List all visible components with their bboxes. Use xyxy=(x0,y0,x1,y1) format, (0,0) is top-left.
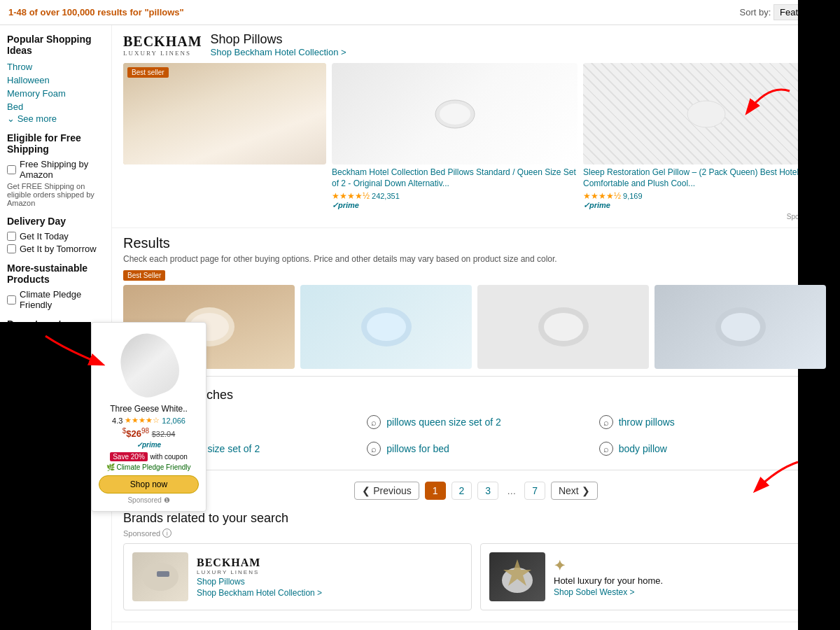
svg-rect-12 xyxy=(157,571,169,577)
side-save: Save 20% with coupon xyxy=(99,451,199,461)
sidebar-item-bed[interactable]: Bed xyxy=(7,100,104,113)
product-1-stars: ★★★★½ xyxy=(332,191,370,201)
svg-point-1 xyxy=(440,104,470,125)
page-1-button[interactable]: 1 xyxy=(425,482,446,500)
results-title: Results xyxy=(123,235,829,251)
brand1-link[interactable]: Shop Beckham Hotel Collection > xyxy=(197,588,322,598)
shop-pillows-title: Shop Pillows xyxy=(211,32,346,47)
side-pillow-image xyxy=(112,326,186,404)
brand2-link[interactable]: Shop Sobel Westex > xyxy=(554,587,663,597)
related-searches-title: Related searches xyxy=(135,388,817,402)
sobel-icon: ✦ xyxy=(554,557,663,574)
results-best-seller-badge: Best Seller xyxy=(123,270,165,281)
results-subtitle: Check each product page for other buying… xyxy=(123,254,829,264)
free-shipping-label: Free Shipping by Amazon xyxy=(20,159,104,180)
climate-input[interactable] xyxy=(7,295,16,304)
next-button[interactable]: Next ❯ xyxy=(551,482,598,500)
brand-card-sobel[interactable]: ✦ Hotel luxury for your home. Shop Sobel… xyxy=(480,543,829,610)
popular-ideas-title: Popular Shopping Ideas xyxy=(7,34,104,56)
product-1-title[interactable]: Beckham Hotel Collection Bed Pillows Sta… xyxy=(332,167,578,189)
pillow-placeholder xyxy=(123,63,326,164)
brand-info-sobel: ✦ Hotel luxury for your home. Shop Sobel… xyxy=(554,557,663,597)
product-tile-2[interactable] xyxy=(300,285,472,369)
side-price-cents: 98 xyxy=(141,427,149,435)
product-2-rating: ★★★★½ 9,169 xyxy=(583,191,829,201)
brand-card-img-beckham xyxy=(132,552,188,601)
free-shipping-input[interactable] xyxy=(7,165,16,174)
see-more-chevron: ⌄ xyxy=(7,113,15,124)
prev-button[interactable]: ❮ Previous xyxy=(354,482,419,500)
product-1-img-placeholder xyxy=(332,63,578,164)
search-grid: pillow pillows queen size set of 2 throw… xyxy=(135,412,817,458)
page-2-button[interactable]: 2 xyxy=(451,482,472,500)
sidebar-item-throw[interactable]: Throw xyxy=(7,60,104,74)
product-2-img-placeholder xyxy=(583,63,829,164)
product-2-prime: ✓prime xyxy=(583,201,829,210)
side-price-was: $32.04 xyxy=(152,430,176,438)
search-term: "pillows" xyxy=(144,7,183,18)
search-item-for-bed[interactable]: pillows for bed xyxy=(367,439,584,458)
search-item-throw[interactable]: throw pillows xyxy=(599,412,817,432)
product-1-count[interactable]: 242,351 xyxy=(372,192,400,200)
product-2-image[interactable] xyxy=(583,63,829,164)
search-item-queen[interactable]: pillows queen size set of 2 xyxy=(367,412,584,432)
side-stars: ★★★★☆ xyxy=(125,416,160,425)
product-tile-3[interactable] xyxy=(477,285,649,369)
side-product-panel: Three Geese White.. 4.3 ★★★★☆ 12,066 $$2… xyxy=(91,322,206,512)
best-seller-badge: Best seller xyxy=(127,67,169,78)
side-sponsored: Sponsored ❶ xyxy=(99,496,199,504)
get-today-input[interactable] xyxy=(7,232,16,241)
sidebar-item-halloween[interactable]: Halloween xyxy=(7,74,104,87)
climate-checkbox[interactable]: Climate Pledge Friendly xyxy=(7,289,104,310)
sponsored-note: Sponsored ❶ xyxy=(123,213,829,220)
product-tile-4[interactable] xyxy=(654,285,826,369)
svg-point-10 xyxy=(721,313,760,341)
main-content: BECKHAM LUXURY LINENS Shop Pillows Shop … xyxy=(112,25,840,630)
result-count: 1-48 of over 100,000 results for "pillow… xyxy=(8,7,184,18)
sponsored-products: Best seller Beckham Hotel Collection Bed… xyxy=(123,63,829,210)
brands-grid: BECKHAM LUXURY LINENS Shop Pillows Shop … xyxy=(123,543,829,610)
brand1-shop[interactable]: Shop Pillows xyxy=(197,577,322,587)
product-1-rating: ★★★★½ 242,351 xyxy=(332,191,578,201)
sidebar-item-memory-foam[interactable]: Memory Foam xyxy=(7,87,104,100)
pagination: ❮ Previous 1 2 3 … 7 Next ❯ xyxy=(112,482,840,500)
get-today-checkbox[interactable]: Get It Today xyxy=(7,231,104,241)
product-2-count[interactable]: 9,169 xyxy=(623,192,643,200)
search-item-body[interactable]: body pillow xyxy=(599,439,817,458)
beckham-logo[interactable]: BECKHAM LUXURY LINENS xyxy=(123,34,202,57)
shop-collection-link[interactable]: Shop Beckham Hotel Collection > xyxy=(211,47,346,57)
product-2-title[interactable]: Sleep Restoration Gel Pillow – (2 Pack Q… xyxy=(583,167,829,189)
search-text-for-bed: pillows for bed xyxy=(386,443,449,454)
page-7-button[interactable]: 7 xyxy=(524,482,545,500)
search-icon-body xyxy=(599,442,613,456)
brand2-tagline: Hotel luxury for your home. xyxy=(554,575,663,586)
svg-point-8 xyxy=(544,313,583,341)
info-icon: i xyxy=(162,528,172,538)
see-more-link[interactable]: ⌄ See more xyxy=(7,113,104,124)
page-dots: … xyxy=(504,486,519,496)
brands-sponsored-label: Sponsored i xyxy=(123,528,829,538)
brand-info-beckham: BECKHAM LUXURY LINENS Shop Pillows Shop … xyxy=(197,556,322,598)
product-1-image[interactable] xyxy=(332,63,578,164)
brand1-sub: LUXURY LINENS xyxy=(197,569,322,575)
get-tomorrow-label: Get It by Tomorrow xyxy=(20,244,97,254)
save-badge: Save 20% xyxy=(110,452,148,461)
free-shipping-checkbox[interactable]: Free Shipping by Amazon xyxy=(7,159,104,180)
brand-card-beckham[interactable]: BECKHAM LUXURY LINENS Shop Pillows Shop … xyxy=(123,543,472,610)
get-tomorrow-checkbox[interactable]: Get It by Tomorrow xyxy=(7,244,104,254)
sponsored-card-1: Beckham Hotel Collection Bed Pillows Sta… xyxy=(332,63,578,210)
leaf-icon: 🌿 xyxy=(106,463,115,471)
side-price-current: $26 xyxy=(126,428,141,439)
product-grid xyxy=(123,285,829,369)
side-rating-value: 4.3 xyxy=(112,416,122,425)
side-product-image xyxy=(99,330,199,400)
shop-now-button[interactable]: Shop now xyxy=(99,475,199,493)
climate-badge: 🌿 Climate Pledge Friendly xyxy=(99,463,199,471)
get-tomorrow-input[interactable] xyxy=(7,244,16,253)
svg-point-6 xyxy=(367,313,406,341)
free-shipping-sub: Get FREE Shipping on eligible orders shi… xyxy=(7,182,104,207)
page-3-button[interactable]: 3 xyxy=(477,482,498,500)
side-product-name: Three Geese White.. xyxy=(99,404,199,414)
main-product-image[interactable]: Best seller xyxy=(123,63,326,164)
search-text-throw: throw pillows xyxy=(619,416,675,428)
